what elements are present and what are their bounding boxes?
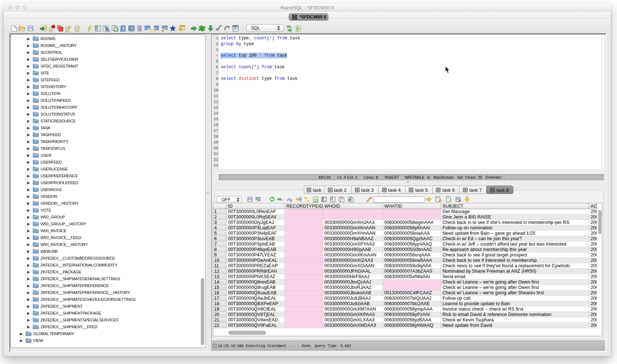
svg-text:66: 66 xyxy=(287,25,291,29)
svg-text:66: 66 xyxy=(277,197,282,201)
